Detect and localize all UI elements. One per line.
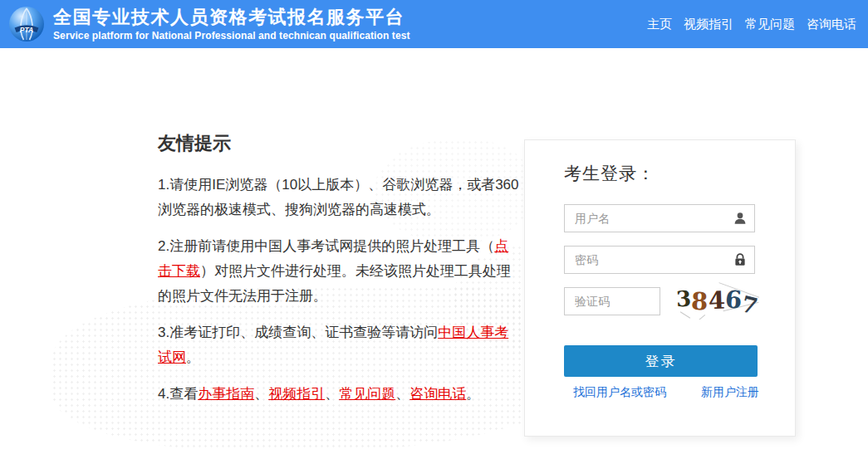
- tip-4-text: 、: [254, 386, 268, 402]
- tip-4-text: 、: [325, 386, 339, 402]
- svg-text:PTA: PTA: [20, 26, 33, 34]
- nav-home[interactable]: 主页: [647, 17, 672, 32]
- header-title-block: 全国专业技术人员资格考试报名服务平台 Service platform for …: [53, 7, 410, 41]
- tip-3-text: 3.准考证打印、成绩查询、证书查验等请访问: [158, 325, 438, 340]
- header: PTA 全国专业技术人员资格考试报名服务平台 Service platform …: [0, 0, 868, 48]
- captcha-input[interactable]: [564, 287, 660, 315]
- nav-faq[interactable]: 常见问题: [745, 17, 795, 32]
- login-button[interactable]: 登录: [564, 345, 758, 377]
- tip-item-4: 4.查看办事指南、视频指引、常见问题、咨询电话。: [158, 382, 521, 407]
- login-heading: 考生登录：: [564, 162, 655, 185]
- username-input[interactable]: [564, 204, 755, 232]
- site-title: 全国专业技术人员资格考试报名服务平台: [53, 7, 410, 27]
- login-links-row: 找回用户名或密码 新用户注册: [525, 385, 795, 400]
- tips-section: 友情提示 1.请使用IE浏览器（10以上版本）、谷歌浏览器，或者360浏览器的极…: [158, 131, 521, 418]
- new-user-register-link[interactable]: 新用户注册: [701, 385, 759, 400]
- captcha-image[interactable]: 38467: [674, 281, 759, 320]
- site-subtitle: Service platform for National Profession…: [53, 30, 410, 41]
- phone-link[interactable]: 咨询电话: [409, 386, 466, 402]
- tip-2-text: ）对照片文件进行处理。未经该照片处理工具处理的照片文件无法用于注册。: [158, 263, 511, 304]
- tip-item-1: 1.请使用IE浏览器（10以上版本）、谷歌浏览器，或者360浏览器的极速模式、搜…: [158, 173, 521, 222]
- header-nav: 主页 视频指引 常见问题 咨询电话: [647, 17, 856, 32]
- tip-item-3: 3.准考证打印、成绩查询、证书查验等请访问中国人事考试网。: [158, 320, 521, 370]
- password-field-wrap: [564, 246, 755, 274]
- captcha-noise: [680, 311, 690, 318]
- tips-heading: 友情提示: [158, 131, 521, 156]
- page: PTA 全国专业技术人员资格考试报名服务平台 Service platform …: [0, 0, 868, 454]
- nav-video-guide[interactable]: 视频指引: [684, 17, 733, 32]
- tip-4-text: 4.查看: [158, 386, 198, 402]
- service-guide-link[interactable]: 办事指南: [198, 386, 254, 402]
- tip-item-2: 2.注册前请使用中国人事考试网提供的照片处理工具（点击下载）对照片文件进行处理。…: [158, 234, 521, 309]
- tip-2-text: 2.注册前请使用中国人事考试网提供的照片处理工具（: [158, 238, 494, 254]
- pta-logo-icon: PTA: [8, 6, 45, 42]
- nav-phone[interactable]: 咨询电话: [807, 17, 856, 32]
- tip-4-text: 。: [466, 386, 480, 402]
- video-guide-link[interactable]: 视频指引: [268, 386, 325, 402]
- tip-4-text: 、: [395, 386, 409, 402]
- forgot-credentials-link[interactable]: 找回用户名或密码: [573, 385, 666, 400]
- faq-link[interactable]: 常见问题: [339, 386, 395, 402]
- username-field-wrap: [564, 204, 755, 232]
- captcha-field-wrap: [564, 287, 660, 315]
- tip-3-text: 。: [186, 349, 200, 365]
- login-panel: 考生登录：: [524, 139, 796, 437]
- password-input[interactable]: [564, 246, 755, 274]
